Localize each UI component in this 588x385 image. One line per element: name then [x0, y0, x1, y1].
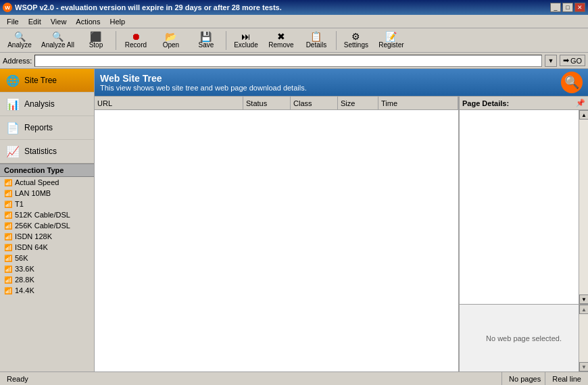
menu-bar: File Edit View Actions Help [0, 15, 588, 28]
maximize-button[interactable]: □ [562, 3, 573, 12]
statistics-icon: 📈 [5, 144, 20, 159]
menu-edit[interactable]: Edit [24, 16, 45, 27]
conn-lan10mb-label: LAN 10MB [15, 189, 51, 197]
col-header-time[interactable]: Time [378, 97, 458, 109]
menu-help[interactable]: Help [105, 16, 129, 27]
col-header-class[interactable]: Class [291, 97, 338, 109]
title-text: W WSOP v2.0 - evaluation version will ex… [3, 3, 282, 12]
conn-336k[interactable]: 📶 33.6K [0, 263, 94, 274]
tree-panel: URL Status Class Size Time [95, 97, 460, 371]
page-details-panel: Page Details: 📌 ▲ ▼ No web page selected… [460, 97, 588, 371]
exclude-label: Exclude [234, 41, 258, 49]
address-dropdown[interactable]: ▼ [545, 55, 557, 67]
settings-label: Settings [344, 41, 368, 49]
title-label: WSOP v2.0 - evaluation version will expi… [15, 3, 282, 11]
minimize-button[interactable]: _ [550, 3, 561, 12]
scroll-up-button[interactable]: ▲ [579, 110, 588, 120]
content-header: Web Site Tree This view shows web site t… [95, 69, 588, 96]
content-header-text: Web Site Tree This view shows web site t… [100, 73, 307, 92]
register-button[interactable]: 📝 Register [374, 30, 408, 51]
conn-512k-label: 512K Cable/DSL [15, 211, 70, 219]
analyze-button[interactable]: 🔍 Analyze [3, 30, 36, 51]
col-header-url[interactable]: URL [95, 97, 243, 109]
menu-view[interactable]: View [47, 16, 71, 27]
status-ready-text: Ready [7, 375, 28, 383]
page-details-pin-icon: 📌 [576, 99, 585, 107]
conn-actual-speed[interactable]: 📶 Actual Speed [0, 177, 94, 188]
go-label: GO [570, 57, 582, 65]
status-real-line: Real line [548, 372, 585, 385]
no-page-text: No web page selected. [486, 334, 562, 342]
conn-512k[interactable]: 📶 512K Cable/DSL [0, 209, 94, 220]
conn-256k[interactable]: 📶 256K Cable/DSL [0, 220, 94, 231]
content-title: Web Site Tree [100, 73, 307, 84]
conn-isdn64k[interactable]: 📶 ISDN 64K [0, 242, 94, 253]
content-area: Web Site Tree This view shows web site t… [95, 69, 588, 371]
page-details-title: Page Details: [462, 99, 509, 107]
address-input[interactable] [34, 55, 541, 67]
conn-icon-2: 📶 [4, 201, 12, 208]
tree-area: URL Status Class Size Time Page Details:… [95, 96, 588, 371]
lower-scroll-down-button[interactable]: ▼ [579, 362, 588, 371]
conn-56k[interactable]: 📶 56K [0, 253, 94, 263]
conn-icon-10: 📶 [4, 287, 12, 294]
conn-288k[interactable]: 📶 28.8K [0, 274, 94, 285]
details-button[interactable]: 📋 Details [299, 30, 333, 51]
exclude-button[interactable]: ⏭ Exclude [229, 30, 263, 51]
stop-label: Stop [89, 41, 103, 49]
analyze-all-button[interactable]: 🔍 Analyze All [38, 30, 78, 51]
open-icon: 📂 [165, 32, 176, 41]
col-header-size[interactable]: Size [338, 97, 378, 109]
status-real-line-text: Real line [552, 375, 581, 383]
go-button[interactable]: ➡ GO [560, 55, 585, 66]
save-label: Save [199, 41, 214, 49]
conn-144k-label: 14.4K [15, 286, 34, 294]
col-header-status[interactable]: Status [243, 97, 291, 109]
page-details-content: ▲ ▼ [460, 110, 588, 304]
sidebar-item-reports[interactable]: 📄 Reports [0, 116, 94, 140]
conn-icon-4: 📶 [4, 222, 12, 230]
connection-type-header: Connection Type [0, 163, 94, 177]
analyze-all-label: Analyze All [41, 41, 74, 49]
stop-button[interactable]: ⬛ Stop [79, 30, 113, 51]
record-button[interactable]: ⏺ Record [119, 30, 153, 51]
open-button[interactable]: 📂 Open [154, 30, 188, 51]
status-bar: Ready No pages Real line [0, 371, 588, 385]
sidebar-item-statistics[interactable]: 📈 Statistics [0, 140, 94, 163]
sidebar: 🌐 Site Tree 📊 Analysis 📄 Reports 📈 Stati… [0, 69, 95, 371]
content-description: This view shows web site tree and web pa… [100, 84, 307, 92]
menu-file[interactable]: File [3, 16, 23, 27]
conn-icon-0: 📶 [4, 179, 12, 186]
conn-icon-6: 📶 [4, 244, 12, 251]
conn-lan10mb[interactable]: 📶 LAN 10MB [0, 188, 94, 199]
sidebar-item-analysis-label: Analysis [24, 99, 55, 109]
scroll-down-button[interactable]: ▼ [579, 294, 588, 304]
page-details-lower-scrollbar[interactable]: ▲ ▼ [579, 305, 588, 371]
toolbar: 🔍 Analyze 🔍 Analyze All ⬛ Stop ⏺ Record … [0, 28, 588, 53]
tree-content [95, 110, 458, 371]
record-icon: ⏺ [131, 32, 141, 41]
page-details-header: Page Details: 📌 [460, 97, 588, 110]
exclude-icon: ⏭ [241, 32, 251, 41]
sidebar-item-analysis[interactable]: 📊 Analysis [0, 93, 94, 116]
close-button[interactable]: ✕ [574, 3, 585, 12]
conn-icon-3: 📶 [4, 211, 12, 219]
conn-t1[interactable]: 📶 T1 [0, 199, 94, 209]
menu-actions[interactable]: Actions [72, 16, 104, 27]
save-button[interactable]: 💾 Save [189, 30, 223, 51]
page-details-scrollbar[interactable]: ▲ ▼ [579, 110, 588, 304]
address-bar: Address: ▼ ➡ GO [0, 53, 588, 69]
site-tree-icon: 🌐 [5, 73, 20, 88]
sidebar-item-site-tree[interactable]: 🌐 Site Tree [0, 69, 94, 93]
toolbar-separator-2 [226, 31, 226, 50]
address-label: Address: [3, 57, 32, 65]
sidebar-item-reports-label: Reports [24, 123, 53, 132]
lower-scroll-up-button[interactable]: ▲ [579, 305, 588, 314]
conn-icon-5: 📶 [4, 233, 12, 240]
title-bar: W WSOP v2.0 - evaluation version will ex… [0, 0, 588, 15]
settings-button[interactable]: ⚙ Settings [339, 30, 373, 51]
remove-button[interactable]: ✖ Remove [264, 30, 298, 51]
toolbar-separator-1 [116, 31, 116, 50]
conn-isdn128k[interactable]: 📶 ISDN 128K [0, 231, 94, 242]
conn-144k[interactable]: 📶 14.4K [0, 285, 94, 296]
